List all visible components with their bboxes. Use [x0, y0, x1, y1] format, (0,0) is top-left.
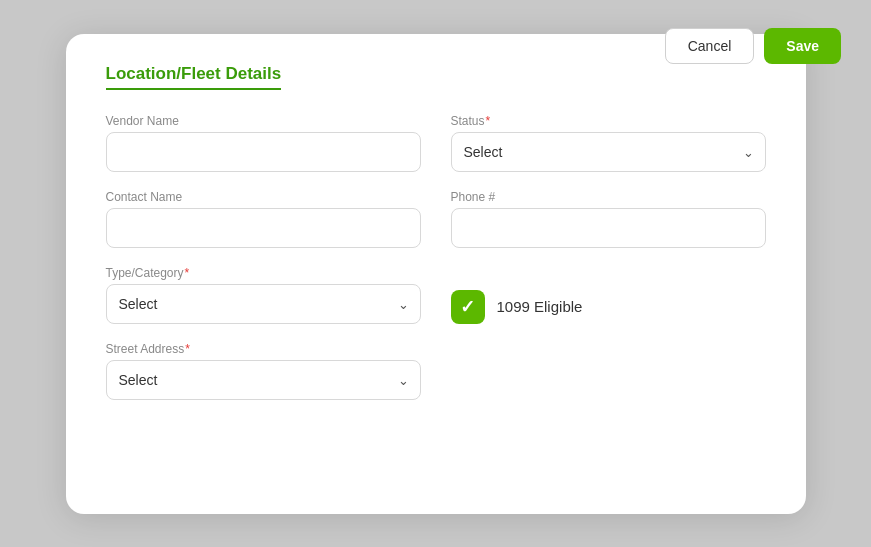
type-category-label: Type/Category* [106, 266, 421, 280]
type-category-select[interactable]: Select Type A Type B [106, 284, 421, 324]
phone-label: Phone # [451, 190, 766, 204]
form-grid: Vendor Name Status* Select Active Inacti… [106, 114, 766, 400]
street-address-label: Street Address* [106, 342, 421, 356]
type-category-select-wrapper: Select Type A Type B ⌄ [106, 284, 421, 324]
checkbox-1099[interactable]: ✓ [451, 290, 485, 324]
status-label: Status* [451, 114, 766, 128]
status-select[interactable]: Select Active Inactive [451, 132, 766, 172]
contact-name-input[interactable] [106, 208, 421, 248]
form-title: Location/Fleet Details [106, 64, 282, 90]
street-address-group: Street Address* Select Address 1 Address… [106, 342, 421, 400]
contact-name-group: Contact Name [106, 190, 421, 248]
street-address-select[interactable]: Select Address 1 Address 2 [106, 360, 421, 400]
eligible-1099-group: ✓ 1099 Eligible [451, 266, 766, 324]
vendor-name-label: Vendor Name [106, 114, 421, 128]
type-required-star: * [185, 266, 190, 280]
status-select-wrapper: Select Active Inactive ⌄ [451, 132, 766, 172]
modal-card: Location/Fleet Details Vendor Name Statu… [66, 34, 806, 514]
vendor-name-group: Vendor Name [106, 114, 421, 172]
cancel-button[interactable]: Cancel [665, 28, 755, 64]
toolbar: Cancel Save [665, 28, 841, 64]
type-category-group: Type/Category* Select Type A Type B ⌄ [106, 266, 421, 324]
vendor-name-input[interactable] [106, 132, 421, 172]
status-group: Status* Select Active Inactive ⌄ [451, 114, 766, 172]
contact-name-label: Contact Name [106, 190, 421, 204]
phone-input[interactable] [451, 208, 766, 248]
street-required-star: * [185, 342, 190, 356]
checkbox-row: ✓ 1099 Eligible [451, 290, 766, 324]
phone-group: Phone # [451, 190, 766, 248]
page-background: Cancel Save Location/Fleet Details Vendo… [0, 0, 871, 547]
status-required-star: * [486, 114, 491, 128]
checkbox-1099-label: 1099 Eligible [497, 298, 583, 315]
checkmark-icon: ✓ [460, 298, 475, 316]
save-button[interactable]: Save [764, 28, 841, 64]
street-address-select-wrapper: Select Address 1 Address 2 ⌄ [106, 360, 421, 400]
